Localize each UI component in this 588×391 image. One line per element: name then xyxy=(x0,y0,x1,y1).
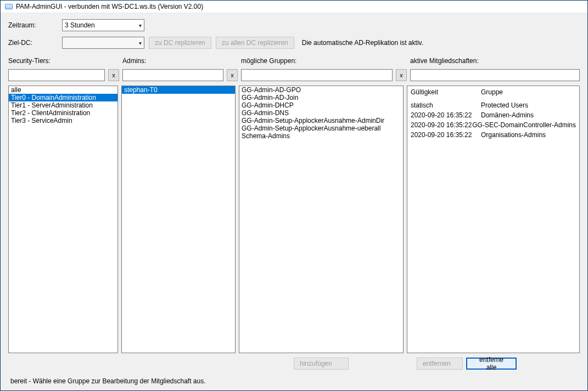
tier-item[interactable]: Tier0 - DomainAdministration xyxy=(9,94,117,101)
filter-groups-input[interactable] xyxy=(241,69,393,81)
filter-tiers-input[interactable] xyxy=(8,69,105,81)
tier-item[interactable]: Tier1 - ServerAdministration xyxy=(9,101,117,109)
row-zieldc: Ziel-DC: ▾ zu DC replizieren zu allen DC… xyxy=(8,36,580,49)
cell-validity: 2020-09-20 16:35:22 xyxy=(411,130,481,140)
cell-group: GG-SEC-DomainController-Admins xyxy=(472,120,576,130)
header-groups: mögliche Gruppen: xyxy=(241,57,406,65)
select-zieldc[interactable]: ▾ xyxy=(62,37,144,49)
admins-listbox[interactable]: stephan-T0 xyxy=(121,86,236,353)
tier-item[interactable]: Tier2 - ClientAdministration xyxy=(9,109,117,117)
cell-group: Domänen-Admins xyxy=(481,110,576,120)
replicate-all-dc-button[interactable]: zu allen DC replizieren xyxy=(216,37,294,49)
cell-validity: 2020-09-20 16:35:22 xyxy=(411,110,481,120)
chevron-down-icon: ▾ xyxy=(139,40,142,46)
clear-tiers-button[interactable]: x xyxy=(108,69,119,81)
membership-row[interactable]: 2020-09-20 16:35:22Organisations-Admins xyxy=(407,130,579,140)
group-item[interactable]: GG-Admin-Setup-ApplockerAusnahme-AdminDi… xyxy=(239,117,403,124)
clear-groups-button[interactable]: x xyxy=(396,69,407,81)
group-item[interactable]: GG-Admin-AD-Join xyxy=(239,94,403,101)
status-bar: bereit - Wähle eine Gruppe zur Bearbeitu… xyxy=(8,374,580,387)
cell-validity: 2020-09-20 16:35:22 xyxy=(411,120,472,130)
header-admins: Admins: xyxy=(122,57,237,65)
window-title: PAM-AdminGUI - verbunden mit WS-DC1.ws.i… xyxy=(16,3,203,10)
app-icon xyxy=(5,4,13,9)
group-item[interactable]: GG-Admin-DHCP xyxy=(239,101,403,109)
content-area: Zeitraum: 3 Stunden ▾ Ziel-DC: ▾ zu DC r… xyxy=(1,13,587,390)
membership-row[interactable]: 2020-09-20 16:35:22GG-SEC-DomainControll… xyxy=(407,120,579,130)
membership-row[interactable]: 2020-09-20 16:35:22Domänen-Admins xyxy=(407,110,579,120)
memberships-header: GültigkeitGruppe xyxy=(407,86,579,97)
replication-info-text: Die automatische AD-Replikation ist akti… xyxy=(302,39,423,47)
chevron-down-icon: ▾ xyxy=(139,22,142,29)
admin-item[interactable]: stephan-T0 xyxy=(122,86,235,94)
row-zeitraum: Zeitraum: 3 Stunden ▾ xyxy=(8,19,580,32)
header-memberships: aktive Mitgliedschaften: xyxy=(410,57,580,65)
column-headers: Security-Tiers: Admins: mögliche Gruppen… xyxy=(8,57,580,65)
group-item[interactable]: GG-Admin-DNS xyxy=(239,109,403,117)
add-button[interactable]: hinzufügen xyxy=(294,358,349,370)
clear-admins-button[interactable]: x xyxy=(227,69,238,81)
col-group[interactable]: Gruppe xyxy=(481,88,576,96)
col-validity[interactable]: Gültigkeit xyxy=(411,88,481,96)
group-item[interactable]: GG-Admin-Setup-ApplockerAusnahme-ueberal… xyxy=(239,124,403,132)
cell-validity: statisch xyxy=(411,100,481,110)
label-zieldc: Ziel-DC: xyxy=(8,39,58,47)
remove-all-button[interactable]: entferne alle xyxy=(466,358,517,370)
label-zeitraum: Zeitraum: xyxy=(8,21,58,29)
membership-row[interactable]: statischProtected Users xyxy=(407,100,579,110)
action-row: hinzufügen entfernen entferne alle xyxy=(8,358,580,370)
filter-admins-input[interactable] xyxy=(122,69,223,81)
filter-memberships-input[interactable] xyxy=(410,69,580,81)
cell-group: Organisations-Admins xyxy=(481,130,576,140)
tier-item[interactable]: Tier3 - ServiceAdmin xyxy=(9,117,117,124)
memberships-listbox[interactable]: GültigkeitGruppestatischProtected Users2… xyxy=(407,86,580,353)
lists-row: alleTier0 - DomainAdministrationTier1 - … xyxy=(8,86,580,353)
tier-item[interactable]: alle xyxy=(9,86,117,94)
group-item[interactable]: GG-Admin-AD-GPO xyxy=(239,86,403,94)
remove-button[interactable]: entfernen xyxy=(417,358,463,370)
header-tiers: Security-Tiers: xyxy=(8,57,118,65)
replicate-dc-button[interactable]: zu DC replizieren xyxy=(149,37,211,49)
tiers-listbox[interactable]: alleTier0 - DomainAdministrationTier1 - … xyxy=(8,86,118,353)
select-zeitraum[interactable]: 3 Stunden ▾ xyxy=(62,19,144,31)
groups-listbox[interactable]: GG-Admin-AD-GPOGG-Admin-AD-JoinGG-Admin-… xyxy=(239,86,404,353)
group-item[interactable]: Schema-Admins xyxy=(239,132,403,140)
app-window: PAM-AdminGUI - verbunden mit WS-DC1.ws.i… xyxy=(0,0,588,391)
select-zeitraum-value: 3 Stunden xyxy=(65,21,95,29)
cell-group: Protected Users xyxy=(481,100,576,110)
titlebar: PAM-AdminGUI - verbunden mit WS-DC1.ws.i… xyxy=(1,1,587,13)
filters-row: x x x xyxy=(8,69,580,81)
